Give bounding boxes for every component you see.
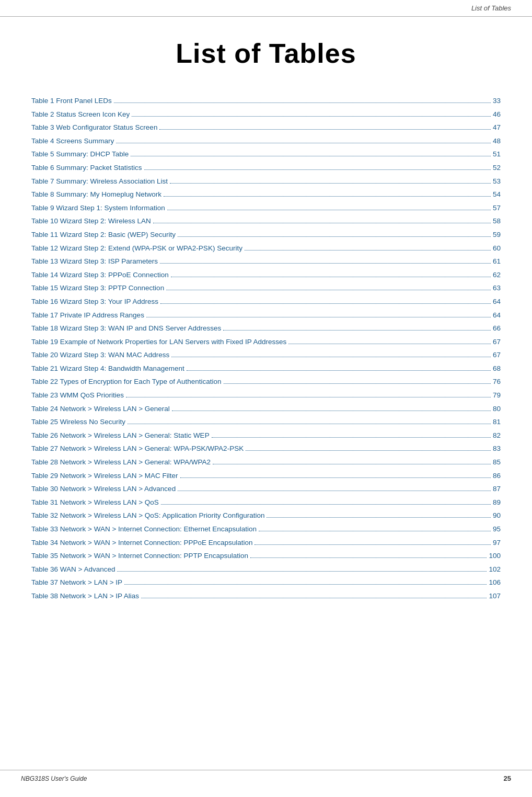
toc-dots	[212, 437, 491, 438]
toc-entry-label: Table 7 Summary: Wireless Association Li…	[31, 176, 168, 187]
toc-entry: Table 29 Network > Wireless LAN > MAC Fi…	[31, 470, 501, 482]
toc-dots	[187, 370, 491, 371]
toc-dots	[116, 143, 491, 143]
toc-page-number: 82	[493, 430, 501, 441]
toc-page-number: 54	[493, 189, 501, 200]
toc-entry-label: Table 4 Screens Summary	[31, 135, 114, 147]
toc-dots	[170, 183, 491, 184]
toc-page-number: 67	[493, 336, 501, 348]
toc-entry-label: Table 34 Network > WAN > Internet Connec…	[31, 537, 252, 549]
toc-page-number: 89	[493, 497, 501, 508]
page-title-area: List of Tables	[0, 17, 532, 85]
toc-entry-label: Table 15 Wizard Step 3: PPTP Connection	[31, 282, 164, 294]
toc-page-number: 80	[493, 403, 501, 415]
footer: NBG318S User's Guide 25	[0, 770, 532, 787]
toc-page-number: 62	[493, 269, 501, 281]
toc-dots	[245, 250, 491, 251]
toc-entry-label: Table 17 Private IP Address Ranges	[31, 310, 144, 321]
toc-entry-label: Table 36 WAN > Advanced	[31, 564, 115, 575]
toc-entry: Table 27 Network > Wireless LAN > Genera…	[31, 443, 501, 454]
toc-page-number: 61	[493, 256, 501, 267]
toc-entry-label: Table 18 Wizard Step 3: WAN IP and DNS S…	[31, 323, 221, 334]
toc-entry: Table 7 Summary: Wireless Association Li…	[31, 176, 501, 187]
toc-dots	[259, 531, 491, 531]
toc-page-number: 59	[493, 229, 501, 241]
toc-page-number: 86	[493, 470, 501, 482]
toc-entry: Table 32 Network > Wireless LAN > QoS: A…	[31, 510, 501, 521]
toc-dots	[159, 129, 491, 130]
toc-page-number: 87	[493, 483, 501, 495]
toc-page-number: 107	[489, 590, 501, 602]
toc-entry: Table 14 Wizard Step 3: PPPoE Connection…	[31, 269, 501, 281]
toc-entry: Table 28 Network > Wireless LAN > Genera…	[31, 457, 501, 468]
toc-dots	[178, 491, 491, 491]
toc-entry-label: Table 5 Summary: DHCP Table	[31, 149, 129, 160]
toc-entry: Table 38 Network > LAN > IP Alias107	[31, 590, 501, 602]
toc-dots	[164, 196, 491, 197]
toc-entry: Table 25 Wireless No Security81	[31, 416, 501, 428]
toc-dots	[131, 156, 491, 156]
toc-dots	[161, 504, 491, 505]
toc-entry-label: Table 22 Types of Encryption for Each Ty…	[31, 376, 222, 388]
toc-page-number: 100	[489, 550, 501, 562]
toc-entry: Table 3 Web Configurator Status Screen47	[31, 122, 501, 133]
toc-entry: Table 31 Network > Wireless LAN > QoS89	[31, 497, 501, 508]
toc-page-number: 102	[489, 564, 501, 575]
toc-entry-label: Table 37 Network > LAN > IP	[31, 577, 122, 588]
toc-page-number: 64	[493, 296, 501, 308]
toc-entry-label: Table 14 Wizard Step 3: PPPoE Connection	[31, 269, 169, 281]
toc-page-number: 83	[493, 443, 501, 454]
toc-page-number: 51	[493, 149, 501, 160]
toc-entry-label: Table 8 Summary: My Homeplug Network	[31, 189, 161, 200]
toc-dots	[160, 303, 491, 304]
toc-entry-label: Table 13 Wizard Step 3: ISP Parameters	[31, 256, 158, 267]
toc-entry: Table 15 Wizard Step 3: PPTP Connection6…	[31, 282, 501, 294]
toc-dots	[132, 116, 491, 117]
toc-entry: Table 26 Network > Wireless LAN > Genera…	[31, 430, 501, 441]
toc-dots	[117, 571, 487, 572]
toc-dots	[167, 210, 491, 210]
toc-dots	[213, 464, 491, 464]
toc-dots	[141, 598, 487, 598]
toc-entry: Table 36 WAN > Advanced102	[31, 564, 501, 575]
toc-page-number: 47	[493, 122, 501, 133]
toc-entry: Table 18 Wizard Step 3: WAN IP and DNS S…	[31, 323, 501, 334]
toc-entry: Table 11 Wizard Step 2: Basic (WEP) Secu…	[31, 229, 501, 241]
toc-entry-label: Table 16 Wizard Step 3: Your IP Address	[31, 296, 158, 308]
toc-page-number: 64	[493, 310, 501, 321]
toc-page-number: 76	[493, 376, 501, 388]
toc-entry: Table 4 Screens Summary48	[31, 135, 501, 147]
toc-dots	[180, 477, 491, 478]
toc-page-number: 58	[493, 215, 501, 227]
toc-dots	[144, 169, 491, 170]
toc-entry-label: Table 26 Network > Wireless LAN > Genera…	[31, 430, 210, 441]
toc-entry: Table 21 Wizard Step 4: Bandwidth Manage…	[31, 363, 501, 374]
footer-product-name: NBG318S User's Guide	[21, 775, 87, 782]
toc-entry: Table 17 Private IP Address Ranges64	[31, 310, 501, 321]
toc-entry-label: Table 23 WMM QoS Priorities	[31, 390, 124, 401]
toc-entry: Table 13 Wizard Step 3: ISP Parameters61	[31, 256, 501, 267]
toc-entry-label: Table 28 Network > Wireless LAN > Genera…	[31, 457, 211, 468]
toc-entry-label: Table 6 Summary: Packet Statistics	[31, 162, 142, 174]
header-title: List of Tables	[471, 4, 511, 12]
toc-page-number: 67	[493, 349, 501, 361]
toc-entry-label: Table 27 Network > Wireless LAN > Genera…	[31, 443, 244, 454]
toc-page-number: 95	[493, 523, 501, 535]
toc-entry-label: Table 10 Wizard Step 2: Wireless LAN	[31, 215, 151, 227]
toc-dots	[171, 357, 491, 357]
toc-dots	[114, 103, 491, 103]
toc-entry: Table 5 Summary: DHCP Table51	[31, 149, 501, 160]
toc-page-number: 48	[493, 135, 501, 147]
toc-page-number: 53	[493, 176, 501, 187]
toc-dots	[160, 263, 491, 264]
toc-entry-label: Table 3 Web Configurator Status Screen	[31, 122, 157, 133]
toc-entry-label: Table 1 Front Panel LEDs	[31, 95, 112, 107]
toc-page-number: 46	[493, 109, 501, 120]
toc-page-number: 79	[493, 390, 501, 401]
toc-content: Table 1 Front Panel LEDs33Table 2 Status…	[0, 85, 532, 625]
toc-page-number: 66	[493, 323, 501, 334]
toc-dots	[166, 290, 491, 290]
toc-dots	[223, 330, 491, 331]
toc-page-number: 106	[489, 577, 501, 588]
toc-entry-label: Table 35 Network > WAN > Internet Connec…	[31, 550, 248, 562]
